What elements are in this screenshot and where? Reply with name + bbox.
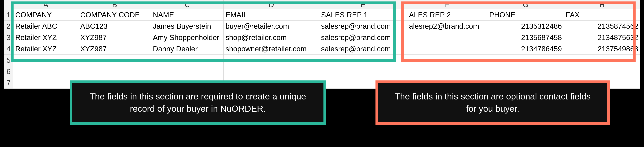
callout-text: The fields in this section are optional … bbox=[395, 92, 591, 114]
cell[interactable]: Retailer XYZ bbox=[13, 43, 78, 55]
cell[interactable] bbox=[224, 55, 319, 66]
cell[interactable]: COMPANY bbox=[13, 9, 78, 21]
cell[interactable]: XYZ987 bbox=[78, 32, 151, 43]
cell[interactable]: Danny Dealer bbox=[151, 43, 224, 55]
cell[interactable]: PHONE bbox=[488, 9, 564, 21]
cell[interactable]: Retailer XYZ bbox=[13, 32, 78, 43]
cell[interactable]: shopowner@retailer.com bbox=[224, 43, 319, 55]
row-header[interactable]: 5 bbox=[4, 55, 13, 66]
cell[interactable]: NAME bbox=[151, 9, 224, 21]
cell[interactable] bbox=[13, 55, 78, 66]
cell[interactable] bbox=[78, 55, 151, 66]
cell[interactable] bbox=[564, 55, 640, 66]
cell[interactable]: Amy Shoppenholder bbox=[151, 32, 224, 43]
cell[interactable] bbox=[488, 55, 564, 66]
col-header-B[interactable]: B bbox=[78, 0, 151, 9]
sheet-table: A B C D E F G H 1 COMPANY COMPANY CODE N… bbox=[4, 0, 640, 89]
cell[interactable]: 2135874562 bbox=[564, 21, 640, 32]
cell[interactable] bbox=[407, 43, 487, 55]
row-header[interactable]: 6 bbox=[4, 66, 13, 77]
col-header-E[interactable]: E bbox=[319, 0, 407, 9]
table-row: 5 bbox=[4, 55, 640, 66]
col-header-H[interactable]: H bbox=[564, 0, 640, 9]
cell[interactable]: EMAIL bbox=[224, 9, 319, 21]
cell[interactable] bbox=[151, 66, 224, 77]
table-row: 6 bbox=[4, 66, 640, 77]
col-header-C[interactable]: C bbox=[151, 0, 224, 9]
cell[interactable] bbox=[407, 66, 487, 77]
table-row: 2 Retailer ABC ABC123 James Buyerstein b… bbox=[4, 21, 640, 32]
cell[interactable]: shop@retailer.com bbox=[224, 32, 319, 43]
col-header-A[interactable]: A bbox=[13, 0, 78, 9]
callout-text: The fields in this section are required … bbox=[90, 92, 306, 114]
corner-cell[interactable] bbox=[4, 0, 13, 9]
cell[interactable]: COMPANY CODE bbox=[78, 9, 151, 21]
table-row: 1 COMPANY COMPANY CODE NAME EMAIL SALES … bbox=[4, 9, 640, 21]
cell[interactable]: 2134875632 bbox=[564, 32, 640, 43]
cell[interactable]: salesrep@brand.com bbox=[319, 32, 407, 43]
table-row: 4 Retailer XYZ XYZ987 Danny Dealer shopo… bbox=[4, 43, 640, 55]
cell[interactable] bbox=[407, 32, 487, 43]
cell[interactable]: SALES REP 1 bbox=[319, 9, 407, 21]
required-fields-callout: The fields in this section are required … bbox=[70, 80, 326, 125]
row-header[interactable]: 2 bbox=[4, 21, 13, 32]
cell[interactable]: 2135312486 bbox=[488, 21, 564, 32]
col-header-F[interactable]: F bbox=[407, 0, 487, 9]
cell[interactable] bbox=[319, 66, 407, 77]
cell[interactable]: buyer@retailer.com bbox=[224, 21, 319, 32]
cell[interactable]: ABC123 bbox=[78, 21, 151, 32]
cell[interactable] bbox=[319, 55, 407, 66]
cell[interactable] bbox=[488, 66, 564, 77]
cell[interactable]: alesrep2@brand.com bbox=[407, 21, 487, 32]
cell[interactable]: James Buyerstein bbox=[151, 21, 224, 32]
cell[interactable]: Retailer ABC bbox=[13, 21, 78, 32]
row-header[interactable]: 7 bbox=[4, 77, 13, 89]
cell[interactable] bbox=[407, 55, 487, 66]
cell[interactable]: FAX bbox=[564, 9, 640, 21]
cell[interactable]: 2135687458 bbox=[488, 32, 564, 43]
table-row: 3 Retailer XYZ XYZ987 Amy Shoppenholder … bbox=[4, 32, 640, 43]
cell[interactable] bbox=[151, 55, 224, 66]
col-header-G[interactable]: G bbox=[488, 0, 564, 9]
cell[interactable] bbox=[13, 77, 78, 89]
cell[interactable] bbox=[13, 66, 78, 77]
cell[interactable]: ALES REP 2 bbox=[407, 9, 487, 21]
cell[interactable] bbox=[564, 66, 640, 77]
cell[interactable]: XYZ987 bbox=[78, 43, 151, 55]
row-header[interactable]: 3 bbox=[4, 32, 13, 43]
spreadsheet: A B C D E F G H 1 COMPANY COMPANY CODE N… bbox=[4, 0, 640, 89]
optional-fields-callout: The fields in this section are optional … bbox=[376, 80, 610, 125]
cell[interactable]: salesrep@brand.com bbox=[319, 21, 407, 32]
cell[interactable]: 2134786459 bbox=[488, 43, 564, 55]
cell[interactable] bbox=[78, 66, 151, 77]
cell[interactable] bbox=[224, 66, 319, 77]
row-header[interactable]: 4 bbox=[4, 43, 13, 55]
row-header[interactable]: 1 bbox=[4, 9, 13, 21]
col-header-D[interactable]: D bbox=[224, 0, 319, 9]
cell[interactable]: salesrep@brand.com bbox=[319, 43, 407, 55]
cell[interactable]: 2137549863 bbox=[564, 43, 640, 55]
